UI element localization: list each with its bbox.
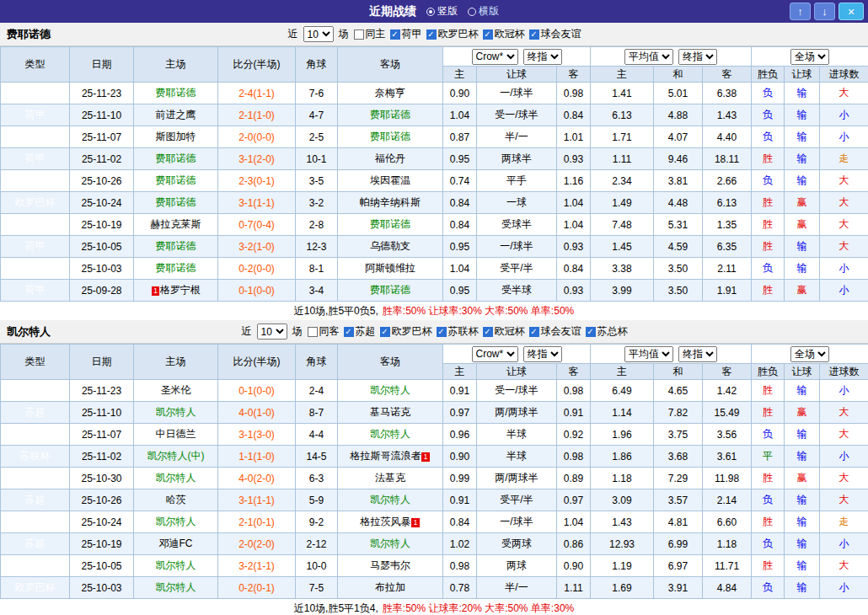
filter-checkbox[interactable]: ✓欧冠杯 <box>483 324 525 339</box>
summary-bar: 近10场,胜5平1负4,胜率:50% 让球率:20% 大率:50% 单率:30% <box>0 599 868 615</box>
home-team-name: 凯尔特人 <box>156 516 196 527</box>
filter-checkbox[interactable]: ✓球会友谊 <box>529 324 581 339</box>
away-team-cell[interactable]: 凯尔特人 <box>338 380 443 402</box>
score-cell[interactable]: 2-4(1-1) <box>218 83 296 104</box>
score-cell[interactable]: 2-1(0-1) <box>218 511 296 533</box>
filter-checkbox[interactable]: ✓欧冠杯 <box>483 27 525 41</box>
scroll-up-button[interactable]: ↑ <box>790 3 811 20</box>
filter-checkbox[interactable]: ✓欧罗巴杯 <box>380 324 432 339</box>
away-team-cell[interactable]: 乌德勒支 <box>338 236 443 258</box>
home-team-cell[interactable]: 凯尔特人 <box>134 402 218 424</box>
filter-checkbox[interactable]: 同主 <box>354 27 386 41</box>
score-cell[interactable]: 3-1(3-0) <box>218 424 296 446</box>
home-team-cell[interactable]: 中日德兰 <box>134 424 218 446</box>
score-cell[interactable]: 3-1(1-1) <box>218 489 296 511</box>
europe-average-select[interactable]: 平均值 <box>624 346 673 362</box>
handicap-line: 两球 <box>477 555 557 577</box>
home-team-cell[interactable]: 凯尔特人 <box>134 511 218 533</box>
away-team-cell[interactable]: 格拉茨风暴1 <box>338 511 443 533</box>
away-team-cell[interactable]: 奈梅亨 <box>338 83 443 104</box>
score-cell[interactable]: 0-1(0-0) <box>218 280 296 302</box>
away-team-cell[interactable]: 凯尔特人 <box>338 489 443 511</box>
away-team-cell[interactable]: 布拉加 <box>338 577 443 599</box>
red-card-badge: 1 <box>421 452 429 462</box>
home-team-cell[interactable]: 1格罗宁根 <box>134 280 218 302</box>
score-cell[interactable]: 3-2(1-0) <box>218 236 296 258</box>
home-team-cell[interactable]: 凯尔特人(中) <box>134 446 218 468</box>
filter-checkbox[interactable]: ✓球会友谊 <box>529 27 581 41</box>
away-team-cell[interactable]: 格拉斯哥流浪者1 <box>338 446 443 468</box>
home-team-cell[interactable]: 邓迪FC <box>134 533 218 555</box>
europe-time-select[interactable]: 终指 <box>678 346 717 362</box>
home-team-cell[interactable]: 哈茨 <box>134 489 218 511</box>
match-count-select[interactable]: 10 <box>303 26 334 42</box>
score-cell[interactable]: 4-0(1-0) <box>218 402 296 424</box>
away-team-cell[interactable]: 凯尔特人 <box>338 533 443 555</box>
home-team-cell[interactable]: 费耶诺德 <box>134 83 218 104</box>
filter-checkbox[interactable]: ✓欧罗巴杯 <box>426 27 479 41</box>
score-cell[interactable]: 2-3(0-1) <box>218 170 296 192</box>
close-button[interactable]: × <box>839 3 864 20</box>
away-team-cell[interactable]: 法基克 <box>338 468 443 489</box>
score-cell[interactable]: 1-1(1-0) <box>218 446 296 468</box>
home-team-cell[interactable]: 赫拉克莱斯 <box>134 214 218 236</box>
score-cell[interactable]: 3-1(2-0) <box>218 148 296 170</box>
score-cell[interactable]: 0-1(0-0) <box>218 380 296 402</box>
away-team-cell[interactable]: 费耶诺德 <box>338 280 443 302</box>
away-team-name: 凯尔特人 <box>370 428 410 440</box>
away-team-cell[interactable]: 马瑟韦尔 <box>338 555 443 577</box>
home-team-cell[interactable]: 费耶诺德 <box>134 170 218 192</box>
home-team-cell[interactable]: 费耶诺德 <box>134 236 218 258</box>
filter-checkbox[interactable]: ✓荷甲 <box>390 27 422 41</box>
away-team-cell[interactable]: 费耶诺德 <box>338 214 443 236</box>
away-team-cell[interactable]: 福伦丹 <box>338 148 443 170</box>
away-team-cell[interactable]: 基马诺克 <box>338 402 443 424</box>
red-card-badge: 1 <box>152 286 159 296</box>
scope-select[interactable]: 全场 <box>790 49 829 65</box>
filter-checkbox[interactable]: ✓苏超 <box>344 324 376 339</box>
score-cell[interactable]: 4-0(2-0) <box>218 468 296 489</box>
away-team-cell[interactable]: 埃因霍温 <box>338 170 443 192</box>
scroll-down-button[interactable]: ↓ <box>814 3 835 20</box>
header-row-top: 类型日期主场比分(半场)角球客场Crow*终指平均值终指全场 <box>1 47 868 67</box>
home-team-cell[interactable]: 费耶诺德 <box>134 258 218 280</box>
away-team-cell[interactable]: 费耶诺德 <box>338 104 443 126</box>
odds-company-select[interactable]: Crow* <box>472 346 518 362</box>
odds-time-select[interactable]: 终指 <box>523 49 562 65</box>
score-cell[interactable]: 3-1(1-1) <box>218 192 296 214</box>
odds-time-select[interactable]: 终指 <box>523 346 562 362</box>
scope-select[interactable]: 全场 <box>790 346 829 362</box>
score-cell[interactable]: 2-0(2-0) <box>218 533 296 555</box>
away-team-cell[interactable]: 凯尔特人 <box>338 424 443 446</box>
layout-radio-horizontal[interactable]: 横版 <box>468 4 499 19</box>
home-team-cell[interactable]: 前进之鹰 <box>134 104 218 126</box>
team-name: 费耶诺德 <box>7 27 51 42</box>
home-team-cell[interactable]: 凯尔特人 <box>134 468 218 489</box>
filter-checkbox[interactable]: 同客 <box>308 324 340 339</box>
away-team-cell[interactable]: 费耶诺德 <box>338 126 443 148</box>
home-team-cell[interactable]: 凯尔特人 <box>134 577 218 599</box>
score-cell[interactable]: 0-7(0-4) <box>218 214 296 236</box>
filter-checkbox[interactable]: ✓苏总杯 <box>586 324 628 339</box>
score-cell[interactable]: 0-2(0-0) <box>218 258 296 280</box>
layout-radio-vertical[interactable]: 竖版 <box>426 4 458 19</box>
score-cell[interactable]: 2-0(0-0) <box>218 126 296 148</box>
match-count-select[interactable]: 10 <box>257 324 287 340</box>
europe-time-select[interactable]: 终指 <box>678 49 717 65</box>
away-team-cell[interactable]: 阿斯顿维拉 <box>338 258 443 280</box>
home-team-cell[interactable]: 斯图加特 <box>134 126 218 148</box>
europe-average-select[interactable]: 平均值 <box>624 49 673 65</box>
home-team-cell[interactable]: 圣米伦 <box>134 380 218 402</box>
away-team-cell[interactable]: 帕纳辛纳科斯 <box>338 192 443 214</box>
score-cell[interactable]: 0-2(0-1) <box>218 577 296 599</box>
score-cell[interactable]: 2-1(1-0) <box>218 104 296 126</box>
handicap-result: 输 <box>785 258 820 280</box>
home-team-cell[interactable]: 费耶诺德 <box>134 148 218 170</box>
home-team-cell[interactable]: 费耶诺德 <box>134 192 218 214</box>
filter-checkbox[interactable]: ✓苏联杯 <box>437 324 479 339</box>
europe-draw-odds: 6.99 <box>654 533 703 555</box>
home-team-cell[interactable]: 凯尔特人 <box>134 555 218 577</box>
column-header: 主 <box>443 67 477 83</box>
odds-company-select[interactable]: Crow* <box>472 49 518 65</box>
score-cell[interactable]: 3-2(1-1) <box>218 555 296 577</box>
